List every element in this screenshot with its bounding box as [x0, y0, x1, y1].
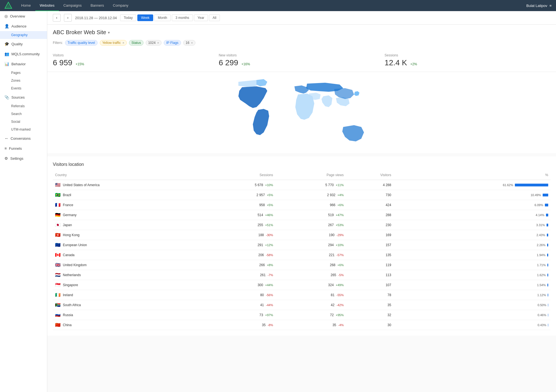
flag-icon: 🇧🇷 — [55, 192, 61, 198]
table-row[interactable]: 🇯🇵 Japan 255 +51% 267 +53% 230 3.31% — [53, 220, 550, 230]
sidebar-item-quality[interactable]: 🎓 Quality — [0, 39, 47, 49]
sidebar-sub-pages[interactable]: Pages — [0, 69, 47, 77]
close-icon[interactable]: × — [191, 41, 193, 44]
pageviews-cell: 5 770 +11% — [275, 180, 346, 190]
site-title-text: ABC Broker Web Site — [53, 29, 106, 36]
sessions-value: 958 — [259, 203, 265, 207]
sidebar-sub-social[interactable]: Social — [0, 118, 47, 126]
filter-chip-label: IP Flags — [166, 41, 178, 45]
next-period-button[interactable]: › — [64, 14, 72, 22]
table-row[interactable]: 🇩🇪 Germany 514 +46% 519 +47% 288 4.14% — [53, 210, 550, 220]
table-row[interactable]: 🇪🇺 European Union 291 +12% 294 +10% 157 … — [53, 240, 550, 250]
overview-icon: ◎ — [4, 14, 8, 18]
prev-period-button[interactable]: ‹ — [53, 14, 61, 22]
table-row[interactable]: 🇮🇪 Ireland 80 -56% 81 -55% 78 1.12% — [53, 290, 550, 300]
flag-icon: 🇪🇺 — [55, 242, 61, 248]
sidebar-item-conversions[interactable]: ↔ Conversions — [0, 133, 47, 143]
pct-bar — [547, 264, 548, 266]
filter-chip-16[interactable]: 16 × — [183, 40, 195, 46]
filter-chip-1024[interactable]: 1024 × — [146, 40, 162, 46]
sidebar-item-funnels[interactable]: ≡ Funnels — [0, 143, 47, 153]
table-row[interactable]: 🇨🇳 China 35 -8% 35 -4% 30 0.43% — [53, 320, 550, 330]
flag-icon: 🇩🇪 — [55, 212, 61, 218]
filter-chip-traffic-quality[interactable]: Traffic quality level — [65, 40, 98, 46]
close-icon[interactable]: × — [122, 41, 124, 44]
pct-cell: 4.14% — [393, 210, 550, 220]
table-row[interactable]: 🇳🇱 Netherlands 261 -7% 265 -5% 113 1.62% — [53, 270, 550, 280]
section-title: Visitors location — [53, 162, 550, 167]
sidebar-label-overview: Overview — [10, 14, 25, 18]
pageviews-cell: 267 +53% — [275, 220, 346, 230]
pageviews-cell: 519 +47% — [275, 210, 346, 220]
visitors-cell: 4 288 — [346, 180, 393, 190]
table-row[interactable]: 🇧🇷 Brazil 2 957 +5% 2 932 +4% 730 10.49% — [53, 190, 550, 200]
period-today[interactable]: Today — [120, 14, 136, 21]
pct-bar — [515, 184, 548, 186]
filter-chip-ip-flags[interactable]: IP Flags — [164, 40, 181, 46]
close-icon[interactable]: × — [157, 41, 159, 44]
sidebar-sub-events[interactable]: Events — [0, 84, 47, 92]
visitors-cell: 730 — [346, 190, 393, 200]
flag-icon: 🇸🇬 — [55, 282, 61, 288]
nav-websites[interactable]: Websites — [35, 0, 59, 11]
sidebar-item-settings[interactable]: ⚙ Settings — [0, 153, 47, 163]
sessions-cell: 958 +5% — [205, 200, 275, 210]
sidebar-sub-zones[interactable]: Zones — [0, 77, 47, 84]
pct-text: 0.43% — [535, 323, 546, 327]
table-row[interactable]: 🇿🇦 South Africa 41 -44% 42 -42% 35 0.50% — [53, 300, 550, 310]
site-dropdown-icon[interactable]: ▾ — [108, 30, 110, 35]
world-map — [53, 76, 550, 149]
filter-chip-label: Status — [131, 41, 141, 45]
sessions-change: +46% — [265, 213, 273, 217]
user-menu-icon[interactable]: ≡ — [549, 4, 552, 8]
table-row[interactable]: 🇸🇬 Singapore 300 +44% 324 +49% 107 1.54% — [53, 280, 550, 290]
sessions-cell: 80 -56% — [205, 290, 275, 300]
period-all[interactable]: All — [209, 14, 220, 21]
sidebar-sub-search[interactable]: Search — [0, 110, 47, 118]
sidebar-item-mql5[interactable]: 👥 MQL5.community — [0, 49, 47, 59]
nav-banners[interactable]: Banners — [86, 0, 108, 11]
filter-chip-status[interactable]: Status — [129, 40, 143, 46]
period-week[interactable]: Week — [137, 14, 153, 21]
sessions-cell: 35 -8% — [205, 320, 275, 330]
sidebar-item-behavior[interactable]: 📊 Behavior — [0, 59, 47, 69]
country-name: United Kingdom — [63, 263, 86, 267]
sidebar-item-audience[interactable]: 👤 Audience — [0, 21, 47, 31]
table-row[interactable]: 🇨🇦 Canada 206 -58% 221 -57% 135 1.94% — [53, 250, 550, 260]
sidebar-sub-utm[interactable]: UTM-marked — [0, 126, 47, 133]
sidebar-label-mql5: MQL5.community — [11, 52, 40, 56]
table-row[interactable]: 🇬🇧 United Kingdom 266 +8% 268 +6% 119 1.… — [53, 260, 550, 270]
visitors-cell: 288 — [346, 210, 393, 220]
pageviews-cell: 294 +10% — [275, 240, 346, 250]
visitors-cell: 32 — [346, 310, 393, 320]
sidebar-sub-geography[interactable]: Geography — [0, 31, 47, 39]
sidebar-item-overview[interactable]: ◎ Overview — [0, 11, 47, 21]
nav-campaigns[interactable]: Campaigns — [59, 0, 86, 11]
period-year[interactable]: Year — [194, 14, 208, 21]
pct-bar — [547, 274, 548, 276]
period-3months[interactable]: 3 months — [172, 14, 193, 21]
sessions-change: -56% — [266, 293, 273, 297]
pageviews-value: 294 — [328, 243, 334, 247]
table-row[interactable]: 🇷🇺 Russia 73 +97% 72 +95% 32 0.46% — [53, 310, 550, 320]
flag-icon: 🇨🇳 — [55, 322, 61, 328]
pageviews-cell: 72 +95% — [275, 310, 346, 320]
filter-chip-yellow-traffic[interactable]: Yellow traffic × — [100, 40, 127, 46]
pageviews-change: +10% — [336, 243, 344, 247]
sidebar-sub-referrals[interactable]: Referrals — [0, 102, 47, 110]
table-row[interactable]: 🇺🇸 United States of America 5 678 +10% 5… — [53, 180, 550, 190]
pct-cell: 10.49% — [393, 190, 550, 200]
nav-home[interactable]: Home — [17, 0, 35, 11]
pageviews-change: -29% — [336, 233, 344, 237]
pct-cell: 0.46% — [393, 310, 550, 320]
pct-cell: 2.26% — [393, 240, 550, 250]
sessions-cell: 188 -30% — [205, 230, 275, 240]
table-row[interactable]: 🇭🇰 Hong Kong 188 -30% 190 -29% 169 2.43% — [53, 230, 550, 240]
visitors-cell: 30 — [346, 320, 393, 330]
nav-company[interactable]: Company — [108, 0, 133, 11]
period-month[interactable]: Month — [154, 14, 171, 21]
country-cell: 🇿🇦 South Africa — [53, 300, 205, 310]
sidebar-item-sources[interactable]: 📎 Sources — [0, 92, 47, 102]
pageviews-value: 72 — [330, 313, 334, 317]
table-row[interactable]: 🇫🇷 France 958 +5% 966 +6% 424 6.09% — [53, 200, 550, 210]
